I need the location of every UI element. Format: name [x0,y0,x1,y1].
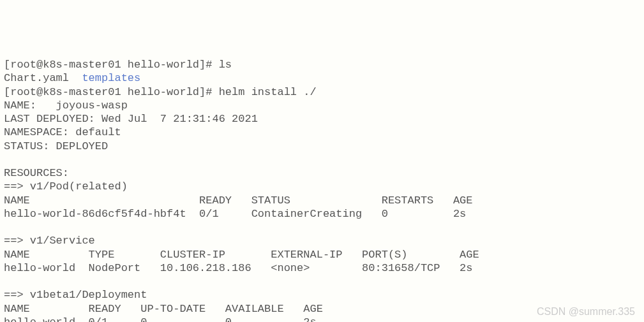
resources-header: RESOURCES: [4,167,69,179]
service-columns: NAME TYPE CLUSTER-IP EXTERNAL-IP PORT(S)… [4,249,479,261]
pod-section-header: ==> v1/Pod(related) [4,180,128,193]
deployment-row: hello-world 0/1 0 0 2s [4,316,317,322]
status: STATUS: DEPLOYED [4,140,108,152]
prompt-line-2: [root@k8s-master01 hello-world]# helm in… [4,86,317,98]
service-row: hello-world NodePort 10.106.218.186 <non… [4,262,473,274]
ls-directory: templates [82,72,140,84]
deployment-columns: NAME READY UP-TO-DATE AVAILABLE AGE [4,303,323,315]
pod-row: hello-world-86d6cf5f4d-hbf4t 0/1 Contain… [4,208,466,220]
namespace: NAMESPACE: default [4,126,121,138]
terminal-output: [root@k8s-master01 hello-world]# ls Char… [4,58,640,322]
ls-file: Chart.yaml [4,72,82,84]
release-name: NAME: joyous-wasp [4,99,128,112]
watermark: CSDN @summer.335 [537,305,635,318]
last-deployed: LAST DEPLOYED: Wed Jul 7 21:31:46 2021 [4,113,258,125]
pod-columns: NAME READY STATUS RESTARTS AGE [4,194,473,207]
service-section-header: ==> v1/Service [4,235,95,247]
prompt-line-1: [root@k8s-master01 hello-world]# ls [4,59,232,71]
deployment-section-header: ==> v1beta1/Deployment [4,289,147,301]
